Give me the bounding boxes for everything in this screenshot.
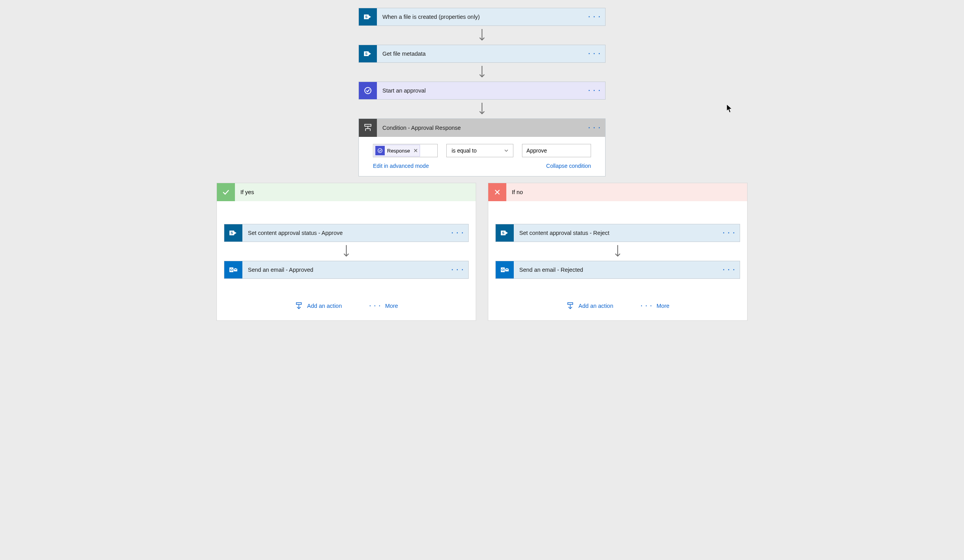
collapse-condition-link[interactable]: Collapse condition: [546, 163, 591, 169]
more-button[interactable]: · · · More: [369, 302, 398, 310]
step-title: Send an email - Approved: [242, 261, 447, 278]
svg-text:S: S: [231, 231, 233, 235]
more-label: More: [657, 303, 669, 309]
step-trigger[interactable]: S When a file is created (properties onl…: [358, 8, 606, 26]
step-set-approval-approve[interactable]: S Set content approval status - Approve …: [224, 224, 469, 242]
step-title: When a file is created (properties only): [377, 8, 584, 25]
step-title: Condition - Approval Response: [377, 119, 584, 137]
step-title: Start an approval: [377, 82, 584, 99]
condition-value-input[interactable]: Approve: [522, 144, 591, 157]
add-action-label: Add an action: [578, 303, 613, 309]
step-title: Set content approval status - Reject: [514, 224, 718, 242]
more-icon[interactable]: · · ·: [447, 261, 468, 278]
condition-icon: [359, 119, 377, 137]
flow-arrow: [358, 28, 606, 42]
check-icon: [217, 183, 235, 201]
flow-arrow: [224, 244, 469, 258]
more-icon[interactable]: · · ·: [584, 8, 605, 25]
step-start-approval[interactable]: Start an approval · · ·: [358, 82, 606, 100]
remove-chip-icon[interactable]: ✕: [413, 147, 418, 154]
token-chip[interactable]: Response ✕: [374, 145, 420, 156]
condition-row: Response ✕ is equal to Approve: [359, 137, 605, 160]
flow-arrow: [358, 65, 606, 79]
more-icon: · · ·: [641, 303, 653, 309]
branch-no-header[interactable]: If no: [488, 183, 747, 201]
cursor-icon: [726, 104, 733, 113]
svg-text:S: S: [365, 52, 367, 56]
more-button[interactable]: · · · More: [641, 302, 669, 310]
svg-rect-8: [365, 124, 371, 126]
step-send-email-approved[interactable]: O Send an email - Approved · · ·: [224, 261, 469, 279]
branch-yes-header[interactable]: If yes: [217, 183, 476, 201]
edit-advanced-link[interactable]: Edit in advanced mode: [373, 163, 429, 169]
operator-label: is equal to: [451, 147, 477, 154]
branch-no: If no S Set content approval status - Re…: [488, 183, 748, 321]
approval-icon: [375, 146, 385, 155]
svg-rect-30: [568, 303, 573, 305]
svg-text:S: S: [365, 15, 367, 19]
condition-left-operand[interactable]: Response ✕: [373, 144, 438, 157]
approval-icon: [359, 82, 377, 99]
svg-text:S: S: [502, 231, 504, 235]
step-title: Set content approval status - Approve: [242, 224, 447, 242]
add-action-button[interactable]: Add an action: [295, 302, 342, 310]
outlook-icon: O: [224, 261, 242, 278]
add-action-label: Add an action: [307, 303, 342, 309]
flow-arrow: [358, 102, 606, 116]
add-action-button[interactable]: Add an action: [566, 302, 613, 310]
condition-header[interactable]: Condition - Approval Response · · ·: [359, 119, 605, 137]
more-icon[interactable]: · · ·: [718, 261, 740, 278]
close-icon: [488, 183, 506, 201]
more-icon[interactable]: · · ·: [447, 224, 468, 242]
sharepoint-icon: S: [359, 8, 377, 25]
more-icon[interactable]: · · ·: [584, 119, 605, 137]
branch-title: If no: [506, 183, 747, 201]
svg-text:O: O: [501, 268, 504, 272]
more-icon[interactable]: · · ·: [718, 224, 740, 242]
condition-card: Condition - Approval Response · · · Resp…: [358, 118, 606, 176]
sharepoint-icon: S: [224, 224, 242, 242]
sharepoint-icon: S: [496, 224, 514, 242]
outlook-icon: O: [496, 261, 514, 278]
svg-point-6: [365, 87, 371, 94]
more-icon: · · ·: [369, 303, 381, 309]
chevron-down-icon: [504, 148, 509, 153]
step-send-email-rejected[interactable]: O Send an email - Rejected · · ·: [495, 261, 740, 279]
svg-text:O: O: [230, 268, 233, 272]
more-icon[interactable]: · · ·: [584, 82, 605, 99]
branch-title: If yes: [235, 183, 476, 201]
step-title: Get file metadata: [377, 45, 584, 62]
more-icon[interactable]: · · ·: [584, 45, 605, 62]
svg-point-13: [378, 149, 382, 153]
sharepoint-icon: S: [359, 45, 377, 62]
branch-yes: If yes S Set content approval status - A…: [216, 183, 476, 321]
svg-rect-20: [296, 303, 302, 305]
step-title: Send an email - Rejected: [514, 261, 718, 278]
chip-label: Response: [387, 148, 410, 154]
step-set-approval-reject[interactable]: S Set content approval status - Reject ·…: [495, 224, 740, 242]
step-get-metadata[interactable]: S Get file metadata · · ·: [358, 45, 606, 63]
more-label: More: [385, 303, 398, 309]
value-text: Approve: [526, 147, 547, 154]
flow-arrow: [495, 244, 740, 258]
condition-operator-select[interactable]: is equal to: [446, 144, 513, 157]
